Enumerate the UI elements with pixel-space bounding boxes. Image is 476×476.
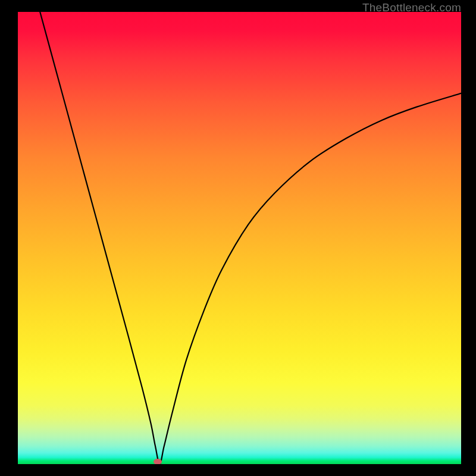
chart-frame: TheBottleneck.com	[0, 0, 476, 476]
curve-layer	[18, 12, 461, 464]
bottleneck-curve	[40, 12, 461, 464]
plot-area	[18, 12, 461, 464]
optimum-marker	[154, 459, 162, 464]
attribution-text: TheBottleneck.com	[362, 1, 461, 14]
